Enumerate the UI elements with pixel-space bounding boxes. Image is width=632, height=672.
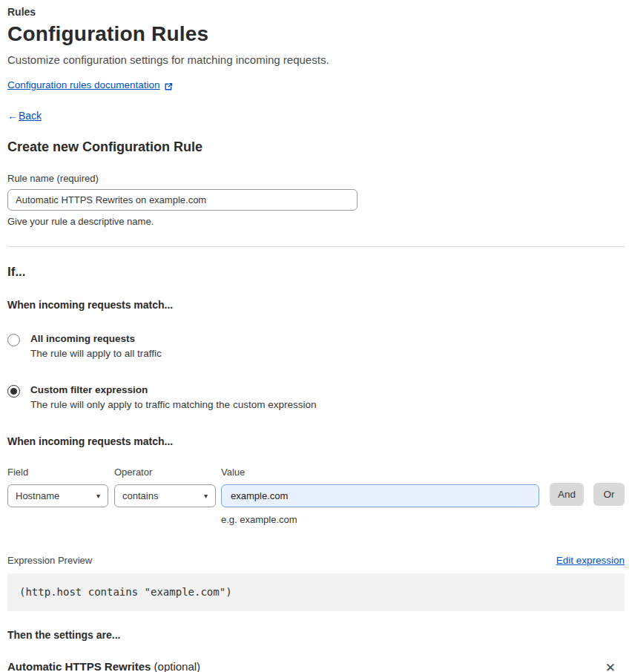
back-link[interactable]: Back	[19, 110, 42, 122]
close-icon[interactable]: ✕	[602, 660, 619, 672]
field-select-value: Hostname	[16, 490, 59, 501]
section-divider	[7, 246, 625, 247]
radio-option-label: All incoming requests	[30, 333, 162, 344]
then-settings-label: Then the settings are...	[7, 629, 625, 641]
rule-name-help: Give your rule a descriptive name.	[7, 216, 625, 227]
rule-name-input[interactable]	[7, 189, 358, 211]
value-column-label: Value	[221, 467, 539, 478]
create-rule-heading: Create new Configuration Rule	[7, 139, 625, 155]
radio-option-all-requests[interactable]: All incoming requests The rule will appl…	[7, 333, 625, 359]
and-button[interactable]: And	[550, 483, 584, 506]
radio-option-description: The rule will only apply to traffic matc…	[30, 399, 316, 410]
setting-name: Automatic HTTPS Rewrites	[7, 660, 151, 672]
radio-option-custom-filter[interactable]: Custom filter expression The rule will o…	[7, 384, 625, 410]
filter-builder-label: When incoming requests match...	[7, 435, 625, 447]
value-input[interactable]	[221, 484, 539, 507]
operator-select-value: contains	[122, 490, 158, 501]
field-select[interactable]: Hostname ▾	[7, 484, 108, 507]
back-arrow-icon[interactable]: ←	[7, 110, 18, 122]
breadcrumb: Rules	[7, 6, 625, 18]
match-type-label: When incoming requests match...	[7, 299, 625, 311]
field-column-label: Field	[7, 467, 108, 478]
chevron-down-icon: ▾	[204, 492, 208, 500]
filter-expression-row: Field Hostname ▾ Operator contains ▾ Val…	[7, 467, 625, 525]
expression-preview-label: Expression Preview	[7, 555, 92, 566]
chevron-down-icon: ▾	[96, 492, 100, 500]
setting-title: Automatic HTTPS Rewrites (optional)	[7, 660, 200, 672]
page-subtitle: Customize configuration settings for mat…	[7, 53, 625, 66]
radio-selected-icon[interactable]	[7, 385, 20, 398]
documentation-link[interactable]: Configuration rules documentation	[7, 79, 160, 90]
or-button[interactable]: Or	[593, 483, 625, 506]
radio-option-label: Custom filter expression	[30, 384, 316, 395]
rule-name-label: Rule name (required)	[7, 173, 625, 184]
expression-preview-code: (http.host contains "example.com")	[7, 573, 625, 611]
external-link-icon	[164, 81, 173, 90]
radio-option-description: The rule will apply to all traffic	[30, 348, 162, 359]
edit-expression-link[interactable]: Edit expression	[556, 555, 625, 566]
value-help-text: e.g. example.com	[221, 514, 539, 525]
configuration-rules-page: Rules Configuration Rules Customize conf…	[0, 0, 632, 672]
page-title: Configuration Rules	[7, 22, 625, 46]
if-heading: If...	[7, 265, 625, 280]
radio-unselected-icon[interactable]	[7, 334, 20, 346]
operator-select[interactable]: contains ▾	[114, 484, 216, 507]
setting-optional-tag: (optional)	[154, 660, 201, 672]
operator-column-label: Operator	[114, 467, 216, 478]
